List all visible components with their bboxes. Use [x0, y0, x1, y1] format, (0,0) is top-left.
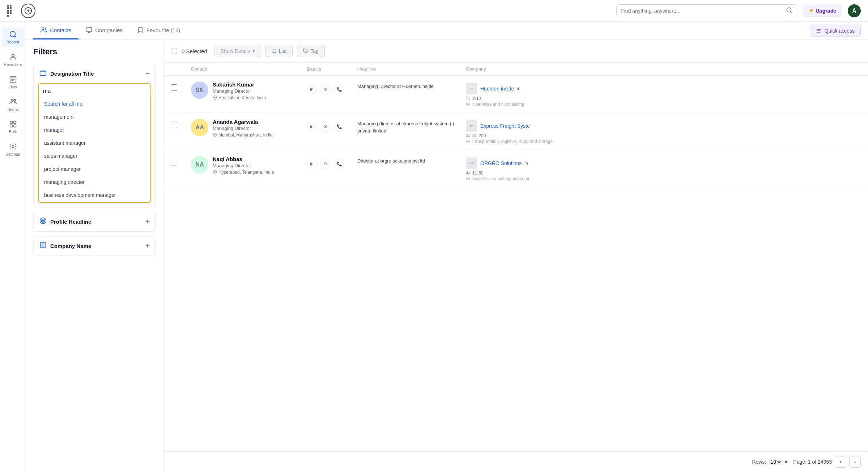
contact-list: SK Sabarish Kumar Managing Director Erna… [163, 76, 868, 451]
svg-point-41 [214, 172, 216, 173]
contact-headline-2: Managing director at express freight sys… [357, 119, 466, 134]
designation-search-input[interactable] [39, 84, 150, 97]
row-checkbox-2[interactable] [171, 119, 191, 130]
sidebar-item-bulk[interactable]: Bulk [1, 117, 25, 137]
filter-header-designation[interactable]: Designation Title − [34, 64, 156, 83]
rows-dropdown[interactable]: 10 25 50 [769, 459, 782, 465]
avatar-1: SK [191, 81, 208, 99]
filter-collapse-designation[interactable]: − [145, 69, 150, 78]
company-size-1: 2-10 [466, 96, 861, 101]
suggestion-management[interactable]: management [39, 110, 150, 123]
svg-point-39 [467, 134, 468, 136]
sidebar-item-search[interactable]: Search [1, 28, 25, 47]
filter-section-headline: Profile Headline + [33, 212, 156, 232]
col-header-details: Details [307, 66, 357, 72]
contact-name-1[interactable]: Sabarish Kumar [213, 81, 266, 88]
suggestion-manager[interactable]: manager [39, 123, 150, 136]
selected-count: 0 Selected [182, 48, 207, 54]
rows-chevron-icon: ▾ [785, 459, 787, 465]
phone-icon-3[interactable]: 📞 [334, 159, 344, 169]
svg-point-38 [214, 134, 216, 135]
contact-details-2: in ✉ 📞 [307, 119, 357, 132]
table-header: Contact Details Headline Company [163, 63, 868, 76]
prev-page-button[interactable]: ‹ [835, 456, 846, 468]
tab-contacts[interactable]: Contacts [33, 22, 78, 39]
linkedin-icon-2[interactable]: in [307, 122, 317, 132]
global-search-bar[interactable] [616, 4, 797, 17]
tab-companies[interactable]: Companies [78, 22, 130, 39]
phone-icon-1[interactable]: 📞 [334, 84, 344, 94]
suggestion-assistant-manager[interactable]: assistant manager [39, 136, 150, 149]
avatar[interactable]: A [848, 4, 861, 17]
svg-rect-12 [10, 121, 12, 123]
row-checkbox-3[interactable] [171, 156, 191, 167]
col-header-headline: Headline [357, 66, 466, 72]
sidebar: Search Recruiters Lists Teams Bulk [0, 22, 26, 472]
linkedin-icon-1[interactable]: in [307, 84, 317, 94]
app-grid-icon[interactable] [7, 5, 14, 17]
global-search-input[interactable] [621, 8, 783, 14]
upgrade-button[interactable]: ✦ Upgrade [803, 4, 842, 17]
svg-point-43 [468, 178, 469, 180]
next-page-button[interactable]: › [849, 456, 861, 468]
company-linkedin-icon-3[interactable]: in [524, 161, 528, 166]
suggestion-managing-director[interactable]: managing director [39, 176, 150, 189]
svg-point-36 [467, 97, 468, 98]
contact-name-2[interactable]: Ananda Agarwala [213, 119, 272, 125]
svg-point-5 [12, 54, 14, 57]
company-logo-2: EF [466, 120, 477, 132]
quick-access-button[interactable]: Quick access [810, 25, 861, 37]
company-linkedin-icon-1[interactable]: in [517, 86, 520, 91]
linkedin-icon-3[interactable]: in [307, 159, 317, 169]
svg-point-3 [10, 31, 15, 37]
svg-point-37 [468, 104, 469, 105]
tag-button[interactable]: Tag [297, 45, 325, 57]
contact-location-2: Mumbai, Maharashtra, India [213, 132, 272, 138]
results-panel: 0 Selected Show Details ▾ List [163, 40, 868, 472]
search-all-suggestion[interactable]: Search for all ma [39, 97, 150, 110]
contact-name-3[interactable]: Naqi Abbas [213, 156, 274, 162]
suggestion-project-manager[interactable]: project manager [39, 163, 150, 176]
company-name-2[interactable]: Express Freight Syste [480, 123, 530, 129]
tab-bar: Contacts Companies Favourite (16) [26, 22, 868, 40]
company-name-3[interactable]: ORGRO Solutions [480, 160, 522, 166]
sidebar-item-lists[interactable]: Lists [1, 72, 25, 92]
contact-location-3: Hyderabad, Telangana, India [213, 170, 274, 175]
phone-icon-2[interactable]: 📞 [334, 122, 344, 132]
filters-title: Filters [33, 47, 156, 56]
tab-favourite[interactable]: Favourite (16) [130, 22, 187, 39]
row-checkbox-1[interactable] [171, 81, 191, 92]
show-details-button[interactable]: Show Details ▾ [214, 45, 261, 57]
filter-header-company[interactable]: Company Name + [34, 236, 156, 256]
company-name-1[interactable]: Huemen.inside [480, 86, 514, 92]
svg-rect-13 [13, 121, 16, 123]
svg-point-35 [214, 97, 216, 98]
svg-point-16 [12, 146, 14, 148]
svg-line-2 [791, 11, 792, 12]
building-icon [39, 241, 47, 250]
svg-rect-14 [10, 125, 12, 127]
avatar-2: AA [191, 119, 208, 136]
filter-expand-headline[interactable]: + [145, 218, 150, 226]
company-industry-3: business consulting and servi [466, 176, 861, 181]
svg-rect-18 [86, 28, 92, 31]
pagination: Rows: 10 25 50 ▾ Page: 1 of 24953 ‹ › [163, 451, 868, 472]
svg-point-27 [42, 220, 43, 221]
filter-section-company: Company Name + [33, 236, 156, 256]
sidebar-item-teams[interactable]: Teams [1, 95, 25, 114]
filter-header-headline[interactable]: Profile Headline + [34, 212, 156, 231]
contact-info-1: SK Sabarish Kumar Managing Director Erna… [191, 81, 307, 100]
sidebar-item-settings[interactable]: Settings [1, 140, 25, 159]
suggestion-business-dev-manager[interactable]: business development manager [39, 189, 150, 202]
contact-headline-1: Managing Director at Huemen.inside [357, 81, 466, 90]
email-icon-2[interactable]: ✉ [320, 122, 331, 132]
email-icon-1[interactable]: ✉ [320, 84, 331, 94]
email-icon-3[interactable]: ✉ [320, 159, 331, 169]
list-button[interactable]: List [265, 45, 293, 57]
sidebar-item-recruiters[interactable]: Recruiters [1, 50, 25, 69]
select-all-checkbox[interactable] [171, 48, 177, 54]
company-logo-1: H [466, 83, 477, 94]
filters-panel: Filters Designation Title − [26, 40, 163, 472]
filter-expand-company[interactable]: + [145, 242, 150, 250]
suggestion-sales-manager[interactable]: sales manager [39, 149, 150, 163]
